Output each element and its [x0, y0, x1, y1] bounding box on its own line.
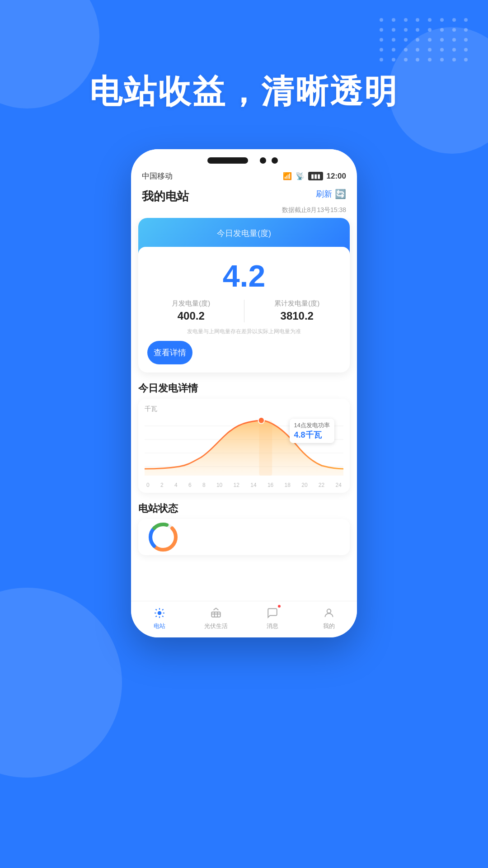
monthly-power-label: 月发电量(度) [138, 299, 244, 308]
nav-label-mine: 我的 [323, 622, 335, 630]
x-axis-12: 12 [234, 482, 239, 488]
phone-camera-dot-1 [260, 157, 266, 164]
chart-card: 千瓦 [138, 399, 350, 493]
refresh-label: 刷新 [316, 189, 332, 199]
status-icons: 📶 📡 ▮▮▮ 12:00 [283, 172, 346, 181]
phone-content: 今日发电量(度) 4.2 月发电量(度) 400.2 累计发电量(度) 3810… [131, 218, 357, 601]
nav-item-message[interactable]: 消息 [244, 606, 300, 630]
status-time: 12:00 [327, 172, 346, 181]
app-header: 我的电站 刷新 🔄 [131, 184, 357, 206]
refresh-button[interactable]: 刷新 🔄 [316, 189, 346, 199]
x-axis-14: 14 [250, 482, 256, 488]
phone-notch [131, 149, 357, 168]
station-status-heading: 电站状态 [131, 498, 357, 519]
nav-item-mine[interactable]: 我的 [300, 606, 357, 630]
status-chart [147, 521, 179, 553]
x-axis-0: 0 [146, 482, 150, 488]
nav-label-message: 消息 [267, 622, 278, 630]
nav-label-solar: 光伏生活 [204, 622, 228, 630]
detail-button[interactable]: 查看详情 [147, 341, 192, 364]
bg-decoration-2 [0, 588, 122, 778]
hero-text: 电站收益，清晰透明 [0, 70, 488, 113]
x-axis-20: 20 [301, 482, 307, 488]
solar-nav-icon [209, 606, 223, 620]
nav-item-station[interactable]: 电站 [131, 606, 188, 630]
carrier-label: 中国移动 [142, 171, 173, 181]
tooltip-value: 4.8千瓦 [294, 429, 330, 440]
chart-unit-label: 千瓦 [145, 405, 343, 413]
chart-section-heading: 今日发电详情 [131, 378, 357, 399]
message-nav-icon [265, 606, 280, 620]
power-stats-row: 月发电量(度) 400.2 累计发电量(度) 3810.2 [138, 299, 350, 328]
total-power-stat: 累计发电量(度) 3810.2 [244, 299, 350, 322]
total-power-label: 累计发电量(度) [244, 299, 350, 308]
chart-tooltip: 14点发电功率 4.8千瓦 [290, 419, 334, 443]
nav-label-station: 电站 [154, 622, 165, 630]
total-power-value: 3810.2 [244, 310, 350, 322]
chart-x-axis: 0 2 4 6 8 10 12 14 16 18 20 22 24 [145, 480, 343, 488]
station-status-card [138, 519, 350, 555]
status-bar: 中国移动 📶 📡 ▮▮▮ 12:00 [131, 168, 357, 184]
station-nav-icon [152, 606, 167, 620]
x-axis-22: 22 [319, 482, 324, 488]
power-card: 今日发电量(度) 4.2 月发电量(度) 400.2 累计发电量(度) 3810… [138, 218, 350, 373]
battery-icon: ▮▮▮ [308, 172, 323, 180]
x-axis-18: 18 [285, 482, 291, 488]
monthly-power-value: 400.2 [138, 310, 244, 322]
tooltip-label: 14点发电功率 [294, 421, 330, 429]
x-axis-24: 24 [336, 482, 342, 488]
phone-mockup: 中国移动 📶 📡 ▮▮▮ 12:00 我的电站 刷新 🔄 数据截止8月13号15… [131, 149, 357, 637]
nav-item-solar[interactable]: 光伏生活 [188, 606, 244, 630]
phone-camera-dot-2 [272, 157, 278, 164]
refresh-icon: 🔄 [335, 189, 346, 199]
today-power-label: 今日发电量(度) [147, 228, 341, 239]
svg-rect-5 [259, 420, 272, 476]
x-axis-6: 6 [188, 482, 192, 488]
x-axis-16: 16 [267, 482, 273, 488]
x-axis-2: 2 [160, 482, 164, 488]
x-axis-8: 8 [202, 482, 206, 488]
bottom-nav: 电站 光伏生活 消息 [131, 601, 357, 637]
message-badge [277, 604, 282, 609]
mine-nav-icon [322, 606, 336, 620]
power-card-inner: 4.2 月发电量(度) 400.2 累计发电量(度) 3810.2 发电量与上网… [138, 247, 350, 364]
today-power-value: 4.2 [223, 259, 266, 293]
monthly-power-stat: 月发电量(度) 400.2 [138, 299, 244, 322]
phone-speaker [207, 157, 248, 164]
svg-rect-11 [211, 612, 221, 617]
power-note: 发电量与上网电量存在差异以实际上网电量为准 [138, 328, 350, 341]
x-axis-10: 10 [216, 482, 222, 488]
wifi-icon: 📶 [283, 172, 292, 180]
signal-icon: 📡 [296, 172, 305, 180]
x-axis-4: 4 [174, 482, 178, 488]
svg-point-10 [157, 611, 161, 615]
chart-area: 14点发电功率 4.8千瓦 [145, 417, 343, 480]
data-timestamp: 数据截止8月13号15:38 [131, 206, 357, 218]
page-title: 我的电站 [142, 189, 189, 204]
svg-point-15 [327, 609, 331, 613]
